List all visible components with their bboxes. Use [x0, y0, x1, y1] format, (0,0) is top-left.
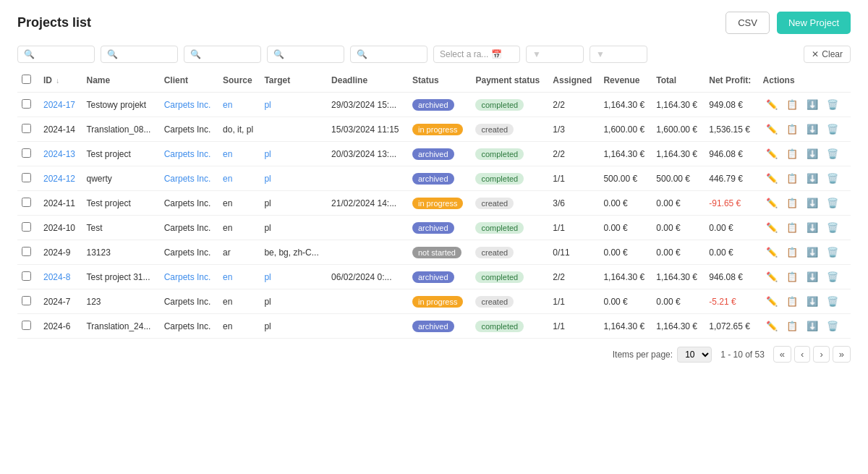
project-id-link[interactable]: 2024-17	[43, 100, 75, 110]
id-filter-input[interactable]	[38, 49, 88, 59]
copy-button[interactable]: 📋	[783, 245, 801, 259]
project-id-link[interactable]: 2024-8	[43, 272, 70, 282]
row-checkbox[interactable]	[22, 99, 31, 109]
status-badge: archived	[412, 321, 454, 332]
col-id[interactable]: ID ↓	[39, 69, 82, 93]
delete-button[interactable]: 🗑️	[824, 196, 841, 210]
edit-button[interactable]: ✏️	[763, 147, 780, 161]
edit-button[interactable]: ✏️	[763, 319, 780, 333]
copy-button[interactable]: 📋	[783, 172, 801, 185]
target-filter-input[interactable]	[370, 49, 421, 59]
client-link[interactable]: Carpets Inc.	[164, 174, 211, 184]
target-filter[interactable]: 🔍	[350, 46, 427, 63]
total: 1,164.30 €	[652, 314, 705, 339]
select-all-checkbox[interactable]	[22, 75, 31, 84]
new-project-button[interactable]: New Project	[777, 12, 851, 34]
download-button[interactable]: ⬇️	[804, 295, 821, 308]
delete-button[interactable]: 🗑️	[824, 221, 841, 234]
client-link[interactable]: Carpets Inc.	[164, 272, 211, 282]
edit-button[interactable]: ✏️	[763, 98, 780, 111]
csv-button[interactable]: CSV	[726, 12, 770, 34]
copy-button[interactable]: 📋	[783, 147, 801, 161]
copy-button[interactable]: 📋	[783, 196, 801, 210]
download-button[interactable]: ⬇️	[804, 319, 821, 333]
revenue: 1,600.00 €	[599, 117, 652, 142]
delete-button[interactable]: 🗑️	[824, 122, 841, 136]
first-page-button[interactable]: «	[773, 346, 791, 363]
delete-button[interactable]: 🗑️	[824, 270, 841, 284]
download-button[interactable]: ⬇️	[804, 221, 821, 234]
date-filter[interactable]: Select a ra... 📅	[433, 46, 520, 63]
source-link[interactable]: en	[223, 149, 232, 159]
name-filter-input[interactable]	[121, 49, 171, 59]
project-id-link[interactable]: 2024-12	[43, 174, 75, 184]
payment-filter[interactable]: ▼	[590, 46, 647, 63]
delete-button[interactable]: 🗑️	[824, 295, 841, 308]
last-page-button[interactable]: »	[833, 346, 851, 363]
actions-cell: ✏️📋⬇️🗑️	[763, 98, 846, 111]
clear-button[interactable]: ✕ Clear	[804, 46, 851, 63]
row-checkbox[interactable]	[22, 173, 31, 182]
source-link[interactable]: en	[223, 272, 232, 282]
target-link[interactable]: pl	[264, 272, 271, 282]
row-checkbox[interactable]	[22, 148, 31, 158]
row-checkbox[interactable]	[22, 296, 31, 305]
row-checkbox[interactable]	[22, 271, 31, 281]
source-filter[interactable]: 🔍	[267, 46, 344, 63]
row-checkbox[interactable]	[22, 124, 31, 133]
source-filter-input[interactable]	[287, 49, 338, 59]
row-checkbox[interactable]	[22, 222, 31, 232]
col-status: Status	[408, 69, 471, 93]
source-link[interactable]: en	[223, 100, 232, 110]
edit-button[interactable]: ✏️	[763, 122, 780, 136]
row-checkbox[interactable]	[22, 198, 31, 207]
download-button[interactable]: ⬇️	[804, 147, 821, 161]
revenue: 0.00 €	[599, 191, 652, 216]
download-button[interactable]: ⬇️	[804, 270, 821, 284]
source-link[interactable]: en	[223, 174, 232, 184]
target-link[interactable]: pl	[264, 100, 271, 110]
edit-button[interactable]: ✏️	[763, 270, 780, 284]
next-page-button[interactable]: ›	[813, 346, 829, 363]
download-button[interactable]: ⬇️	[804, 245, 821, 259]
prev-page-button[interactable]: ‹	[794, 346, 810, 363]
copy-button[interactable]: 📋	[783, 319, 801, 333]
delete-button[interactable]: 🗑️	[824, 319, 841, 333]
edit-button[interactable]: ✏️	[763, 245, 780, 259]
download-button[interactable]: ⬇️	[804, 98, 821, 111]
client-filter[interactable]: 🔍	[184, 46, 261, 63]
status-filter[interactable]: ▼	[526, 46, 584, 63]
edit-button[interactable]: ✏️	[763, 172, 780, 185]
edit-button[interactable]: ✏️	[763, 295, 780, 308]
copy-button[interactable]: 📋	[783, 221, 801, 234]
id-filter[interactable]: 🔍	[17, 46, 95, 63]
row-checkbox[interactable]	[22, 321, 31, 330]
delete-button[interactable]: 🗑️	[824, 245, 841, 259]
download-button[interactable]: ⬇️	[804, 172, 821, 185]
project-id-link[interactable]: 2024-13	[43, 149, 75, 159]
source-lang: en	[218, 314, 260, 339]
client-link[interactable]: Carpets Inc.	[164, 100, 211, 110]
copy-button[interactable]: 📋	[783, 270, 801, 284]
source-lang: en	[218, 216, 260, 240]
items-per-page-select[interactable]: 10 25 50	[677, 347, 712, 363]
revenue: 0.00 €	[599, 240, 652, 265]
copy-button[interactable]: 📋	[783, 98, 801, 111]
row-checkbox[interactable]	[22, 247, 31, 256]
target-link[interactable]: pl	[264, 149, 271, 159]
delete-button[interactable]: 🗑️	[824, 98, 841, 111]
edit-button[interactable]: ✏️	[763, 196, 780, 210]
edit-button[interactable]: ✏️	[763, 221, 780, 234]
copy-button[interactable]: 📋	[783, 295, 801, 308]
download-button[interactable]: ⬇️	[804, 122, 821, 136]
name-filter[interactable]: 🔍	[101, 46, 178, 63]
client-link[interactable]: Carpets Inc.	[164, 149, 211, 159]
client-filter-input[interactable]	[204, 49, 255, 59]
download-button[interactable]: ⬇️	[804, 196, 821, 210]
delete-button[interactable]: 🗑️	[824, 172, 841, 185]
total: 0.00 €	[652, 240, 705, 265]
delete-button[interactable]: 🗑️	[824, 147, 841, 161]
copy-button[interactable]: 📋	[783, 122, 801, 136]
table-row: 2024-13Test projectCarpets Inc.enpl20/03…	[17, 142, 851, 166]
target-link[interactable]: pl	[264, 174, 271, 184]
